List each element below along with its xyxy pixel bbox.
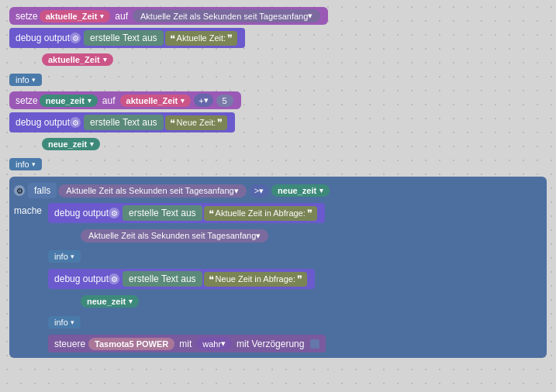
quote-text-2: ❝ Neue Zeit: ❞	[165, 115, 228, 130]
dropdown-arrow-5: ▾	[204, 95, 209, 105]
erstelle-label-1: erstelle Text aus	[90, 33, 157, 43]
var-aktuelle-zeit-2[interactable]: aktuelle_Zeit ▾	[120, 95, 192, 107]
row-info-1: info ▾	[9, 71, 547, 88]
row-time-badge-mache: Aktuelle Zeit als Sekunden seit Tagesanf…	[79, 227, 542, 244]
var-neue-zeit-mache[interactable]: neue_zeit ▾	[81, 295, 139, 308]
mache-label: mache	[14, 202, 48, 216]
info-arrow-3: ▾	[71, 253, 74, 260]
if-block: ⚙ falls Aktuelle Zeit als Sekunden seit …	[9, 177, 547, 358]
block-erstelle-4[interactable]: erstelle Text aus	[123, 271, 202, 287]
erstelle-label-2: erstelle Text aus	[90, 117, 157, 128]
dropdown-arrow-7: ▾	[319, 187, 323, 194]
mit-label-2: mit Verzögerung	[237, 339, 304, 349]
row-steuere: steuere Tasmota5 POWER mit wahr ▾ mit Ve…	[48, 335, 542, 352]
block-debug-4[interactable]: debug output ⚙ erstelle Text aus ❝ Neue …	[48, 269, 315, 289]
quote-text-4: ❝ Neue Zeit in Abfrage: ❞	[204, 272, 307, 287]
time-badge-mache[interactable]: Aktuelle Zeit als Sekunden seit Tagesanf…	[81, 229, 268, 242]
blocks-container: setze aktuelle_Zeit ▾ auf Aktuelle Zeit …	[0, 0, 556, 366]
dropdown-arrow-time-mache: ▾	[256, 231, 261, 241]
block-setze-2[interactable]: setze neue_zeit ▾ auf aktuelle_Zeit ▾ + …	[9, 91, 241, 109]
info-button-2[interactable]: info ▾	[9, 158, 42, 170]
var-aktuelle-zeit-1[interactable]: aktuelle_Zeit ▾	[40, 10, 111, 22]
num-5[interactable]: 5	[216, 95, 233, 107]
row-debug-3: debug output ⚙ erstelle Text aus ❝ Aktue…	[48, 203, 542, 223]
auf-label-2: auf	[102, 95, 116, 106]
gear-icon-2: ⚙	[70, 117, 81, 128]
dropdown-arrow-gt: ▾	[259, 186, 264, 196]
block-erstelle-1[interactable]: erstelle Text aus	[84, 30, 164, 46]
block-setze-1[interactable]: setze aktuelle_Zeit ▾ auf Aktuelle Zeit …	[9, 7, 328, 25]
row-var-neue-mache: neue_zeit ▾	[79, 293, 542, 310]
setze-label-2: setze	[16, 95, 38, 106]
row-setze-2: setze neue_zeit ▾ auf aktuelle_Zeit ▾ + …	[9, 91, 547, 109]
quote-text-1: ❝ Aktuelle Zeit: ❞	[165, 31, 238, 46]
delay-checkbox[interactable]	[310, 339, 319, 349]
gear-icon-3: ⚙	[109, 208, 119, 218]
time-badge-1[interactable]: Aktuelle Zeit als Sekunden seit Tagesanf…	[133, 9, 320, 22]
row-debug-4: debug output ⚙ erstelle Text aus ❝ Neue …	[48, 269, 542, 289]
time-badge-falls[interactable]: Aktuelle Zeit als Sekunden seit Tagesanf…	[58, 184, 246, 198]
info-button-1[interactable]: info ▾	[9, 74, 42, 86]
row-info-3: info ▾	[48, 248, 542, 265]
op-gt[interactable]: > ▾	[250, 184, 268, 198]
debug-label-1: debug output	[16, 33, 70, 43]
row-setze-1: setze aktuelle_Zeit ▾ auf Aktuelle Zeit …	[9, 7, 547, 25]
var-neue-zeit-1[interactable]: neue_zeit ▾	[40, 95, 98, 107]
block-debug-2[interactable]: debug output ⚙ erstelle Text aus ❝ Neue …	[9, 112, 235, 132]
block-falls[interactable]: falls	[28, 183, 57, 198]
falls-header: ⚙ falls Aktuelle Zeit als Sekunden seit …	[14, 182, 542, 199]
debug-label-3: debug output	[54, 208, 109, 218]
gear-icon-falls: ⚙	[14, 185, 25, 196]
info-arrow-2: ▾	[32, 160, 36, 168]
row-info-2: info ▾	[9, 156, 547, 173]
block-erstelle-2[interactable]: erstelle Text aus	[84, 115, 164, 130]
info-arrow-4: ▾	[71, 318, 74, 326]
row-var-aktuelle-1: aktuelle_Zeit ▾	[40, 51, 547, 68]
info-arrow-1: ▾	[32, 76, 36, 84]
dropdown-arrow-2: ▾	[103, 56, 107, 64]
mit-label-1: mit	[179, 339, 192, 349]
block-debug-3[interactable]: debug output ⚙ erstelle Text aus ❝ Aktue…	[48, 203, 325, 223]
auf-label-1: auf	[115, 11, 128, 22]
var-neue-zeit-falls[interactable]: neue_zeit ▾	[271, 184, 330, 197]
dropdown-arrow-3: ▾	[88, 97, 92, 105]
dropdown-arrow-time-1: ▾	[308, 11, 313, 21]
info-button-4[interactable]: info ▾	[48, 316, 81, 328]
dropdown-arrow-time-falls: ▾	[234, 186, 239, 196]
dropdown-arrow-wahr: ▾	[221, 339, 226, 349]
steuere-label: steuere	[54, 339, 85, 349]
op-plus[interactable]: + ▾	[194, 94, 212, 107]
dropdown-arrow-6: ▾	[90, 140, 94, 148]
quote-text-3: ❝ Aktuelle Zeit in Abfrage: ❞	[204, 206, 317, 221]
block-steuere[interactable]: steuere Tasmota5 POWER mit wahr ▾ mit Ve…	[48, 335, 326, 352]
var-neue-zeit-inline-1[interactable]: neue_zeit ▾	[42, 138, 100, 150]
row-var-neue-1: neue_zeit ▾	[40, 136, 547, 153]
wahr-badge[interactable]: wahr ▾	[196, 337, 232, 350]
debug-label-4: debug output	[54, 273, 109, 284]
row-info-4: info ▾	[48, 314, 542, 331]
mache-content: debug output ⚙ erstelle Text aus ❝ Aktue…	[48, 202, 542, 353]
block-debug-1[interactable]: debug output ⚙ erstelle Text aus ❝ Aktue…	[9, 28, 245, 48]
dropdown-arrow-1: ▾	[100, 12, 104, 20]
setze-label-1: setze	[16, 11, 38, 22]
row-debug-2: debug output ⚙ erstelle Text aus ❝ Neue …	[9, 112, 547, 132]
block-erstelle-3[interactable]: erstelle Text aus	[123, 205, 202, 221]
mache-section: mache debug output ⚙ erstelle Text aus ❝…	[14, 202, 542, 353]
var-aktuelle-zeit-inline-1[interactable]: aktuelle_Zeit ▾	[42, 53, 113, 66]
erstelle-label-3: erstelle Text aus	[129, 208, 196, 218]
row-debug-1: debug output ⚙ erstelle Text aus ❝ Aktue…	[9, 28, 547, 48]
device-badge[interactable]: Tasmota5 POWER	[88, 338, 174, 350]
debug-label-2: debug output	[16, 117, 70, 128]
erstelle-label-4: erstelle Text aus	[129, 273, 196, 284]
gear-icon-4: ⚙	[109, 273, 119, 284]
info-button-3[interactable]: info ▾	[48, 250, 81, 263]
dropdown-arrow-4: ▾	[181, 97, 185, 105]
dropdown-arrow-8: ▾	[129, 297, 133, 305]
gear-icon-1: ⚙	[70, 33, 81, 43]
